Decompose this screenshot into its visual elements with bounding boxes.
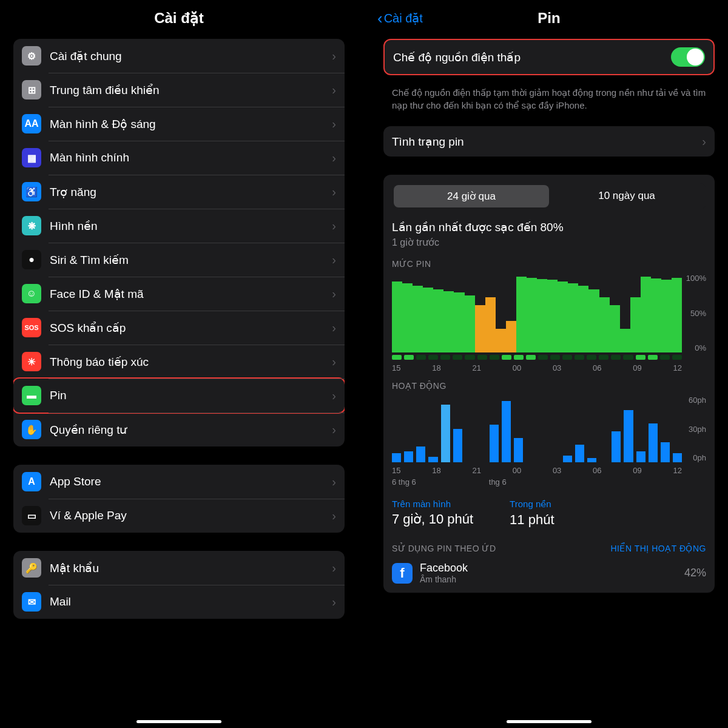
app-row-facebook[interactable]: f Facebook Âm thanh 42% [392,562,706,584]
activity-bar [392,453,401,462]
settings-row-trung-t-m-i-u-khi-n[interactable]: ⊞Trung tâm điều khiển› [13,73,345,107]
activity-chart-title: HOẠT ĐỘNG [392,381,706,391]
chevron-left-icon: ‹ [377,10,383,26]
activity-bar [673,453,682,462]
left-header: Cài đặt [0,0,358,39]
activity-bar [563,456,572,462]
battery-bar [568,283,578,352]
activity-bar [404,451,413,462]
row-icon: SOS [22,318,41,337]
segmented-control[interactable]: 24 giờ qua 10 ngày qua [392,183,706,209]
row-icon: A [22,472,41,491]
app-sub: Âm thanh [420,575,677,584]
battery-title: Pin [538,10,560,27]
battery-health-row[interactable]: Tình trạng pin › [383,126,715,157]
activity-bar [416,447,425,462]
row-label: App Store [50,475,332,488]
settings-row-v-apple-pay[interactable]: ▭Ví & Apple Pay› [13,499,345,533]
row-icon: ✋ [22,420,41,439]
settings-row-sos-kh-n-c-p[interactable]: SOSSOS khẩn cấp› [13,311,345,345]
battery-bar [402,283,413,352]
settings-row-siri-t-m-ki-m[interactable]: ●Siri & Tìm kiếm› [13,243,345,277]
row-icon: ⚙ [22,46,41,66]
chevron-right-icon: › [332,355,336,369]
background-label: Trong nền [510,499,554,510]
row-label: Thông báo tiếp xúc [50,355,332,369]
battery-bar [620,329,630,352]
battery-bar [641,277,651,352]
activity-bar [587,458,596,462]
settings-row-tr-n-ng[interactable]: ♿Trợ năng› [13,175,345,209]
chevron-right-icon: › [332,287,336,301]
low-power-group: Chế độ nguồn điện thấp [383,39,715,75]
battery-health-group: Tình trạng pin › [383,126,715,157]
home-indicator[interactable] [507,720,592,723]
battery-health-label: Tình trạng pin [392,135,702,149]
settings-row-quy-n-ri-ng-t-[interactable]: ✋Quyền riêng tư› [13,413,345,447]
back-button[interactable]: ‹ Cài đặt [377,10,423,26]
settings-row-c-i-t-chung[interactable]: ⚙Cài đặt chung› [13,39,345,73]
settings-row-m-n-h-nh-s-ng[interactable]: AAMàn hình & Độ sáng› [13,107,345,141]
battery-bar [506,321,516,352]
battery-level-chart: MỨC PIN 100%50%0% 1518210003060912 [392,259,706,372]
row-label: Mật khẩu [50,561,332,575]
row-label: Mail [50,595,332,608]
home-indicator[interactable] [136,720,221,723]
row-label: Pin [50,389,332,402]
row-icon: 🔑 [22,558,41,578]
settings-row-h-nh-n-n[interactable]: ❋Hình nền› [13,209,345,243]
activity-bar [441,405,450,462]
activity-bar [624,410,633,462]
row-label: Ví & Apple Pay [50,509,332,522]
row-icon: ✉ [22,592,41,612]
row-label: Màn hình & Độ sáng [50,117,332,131]
row-icon: ▭ [22,506,41,525]
settings-row-mail[interactable]: ✉Mail› [13,585,345,619]
battery-bar [475,305,485,352]
chevron-right-icon: › [332,83,336,97]
right-header: ‹ Cài đặt Pin [370,0,728,39]
usage-summary: Trên màn hình 7 giờ, 10 phút Trong nền 1… [392,499,706,528]
battery-bar [454,292,464,352]
settings-row-th-ng-b-o-ti-p-x-c[interactable]: ☀Thông báo tiếp xúc› [13,345,345,379]
low-power-toggle[interactable] [671,47,705,67]
chevron-right-icon: › [702,135,706,149]
activity-bar [636,451,645,462]
row-icon: ▬ [22,386,41,405]
seg-24h[interactable]: 24 giờ qua [394,185,549,207]
settings-row-m-t-kh-u[interactable]: 🔑Mật khẩu› [13,551,345,585]
app-percent: 42% [684,567,706,579]
activity-bar [612,431,621,462]
chevron-right-icon: › [332,219,336,233]
battery-bar [547,280,558,352]
facebook-icon: f [392,563,413,584]
app-name: Facebook [420,562,677,575]
seg-10d[interactable]: 10 ngày qua [549,185,704,207]
settings-row-app-store[interactable]: AApp Store› [13,465,345,499]
row-icon: ♿ [22,182,41,201]
chevron-right-icon: › [332,595,336,609]
chevron-right-icon: › [332,389,336,403]
settings-row-pin[interactable]: ▬Pin› [13,377,345,414]
row-label: Quyền riêng tư [50,423,332,437]
show-activity-link[interactable]: HIỂN THỊ HOẠT ĐỘNG [610,544,706,553]
row-label: Trợ năng [50,185,332,199]
row-label: SOS khẩn cấp [50,321,332,335]
date-b: thg 6 [489,477,507,487]
row-icon: ☀ [22,352,41,371]
low-power-row[interactable]: Chế độ nguồn điện thấp [385,40,713,74]
row-icon: ☺ [22,284,41,303]
settings-title: Cài đặt [154,10,204,27]
back-label: Cài đặt [384,11,423,25]
activity-bar [575,445,584,462]
battery-bar [423,288,433,352]
battery-bar [465,295,475,352]
settings-row-face-id-m-t-m-[interactable]: ☺Face ID & Mật mã› [13,277,345,311]
charts-group: 24 giờ qua 10 ngày qua Lần gần nhất được… [383,175,715,593]
row-icon: ❋ [22,216,41,235]
row-label: Cài đặt chung [50,49,332,63]
settings-row-m-n-h-nh-ch-nh[interactable]: ▦Màn hình chính› [13,141,345,175]
battery-bar [672,278,682,353]
battery-bar [516,277,527,352]
chevron-right-icon: › [332,509,336,523]
